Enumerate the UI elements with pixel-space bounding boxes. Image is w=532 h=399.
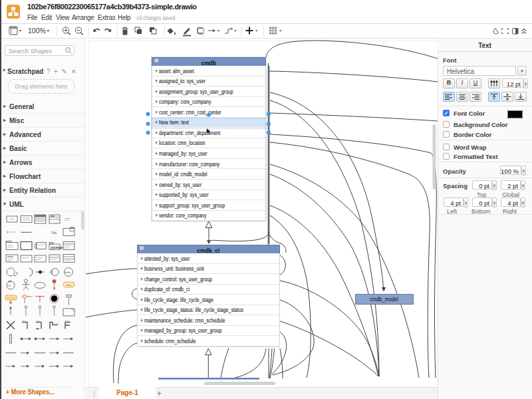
svg-text:Ctrl: Ctrl <box>7 285 11 287</box>
svg-text:100%: 100% <box>28 27 46 35</box>
svg-text:entry: entry <box>66 284 71 287</box>
svg-text:package: package <box>51 246 64 249</box>
svg-text:Entity: Entity <box>65 271 71 274</box>
svg-text:Title: Title <box>51 231 57 235</box>
